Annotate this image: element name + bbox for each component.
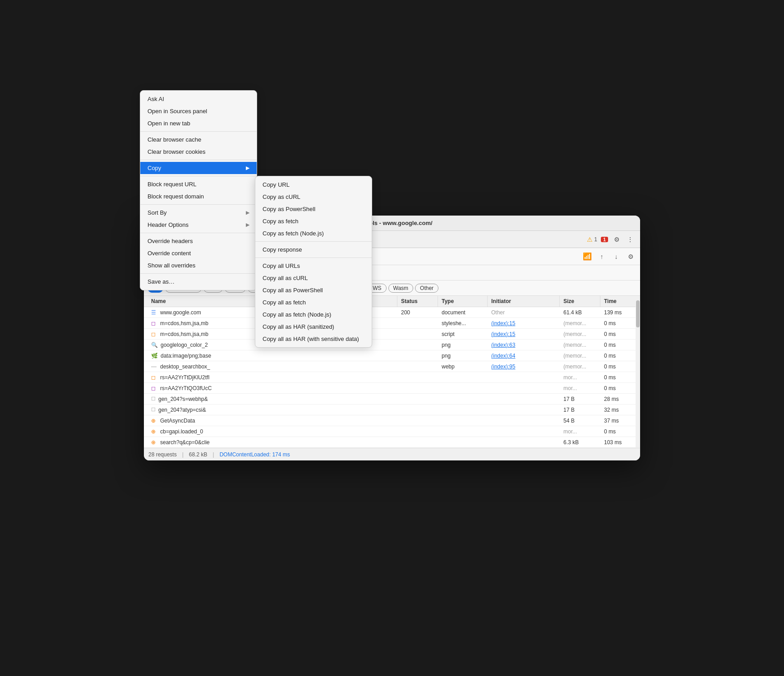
submenu-copy-fetch-node[interactable]: Copy as fetch (Node.js) <box>255 227 372 239</box>
xhr-icon: ◻ <box>151 374 157 381</box>
table-header-row: Name Status Type Initiator Size Time <box>144 296 640 307</box>
col-header-time[interactable]: Time <box>600 296 636 307</box>
row-size: 17 B <box>560 395 600 404</box>
table-row[interactable]: ☐ gen_204?atyp=csi& 17 B 32 ms <box>144 405 640 415</box>
submenu-copy-all-curl[interactable]: Copy all as cURL <box>255 272 372 284</box>
row-status <box>397 409 438 411</box>
row-type <box>438 376 488 379</box>
row-initiator[interactable]: (index):63 <box>488 340 560 349</box>
status-bar: 28 requests | 68.2 kB | DOMContentLoaded… <box>144 448 640 460</box>
row-name: search?q&cp=0&clie <box>160 439 210 446</box>
table-row[interactable]: ⊕ search?q&cp=0&clie 6.3 kB 103 ms <box>144 437 640 448</box>
row-status <box>397 419 438 422</box>
col-header-size[interactable]: Size <box>560 296 600 307</box>
row-name: GetAsyncData <box>160 418 195 424</box>
row-time: 0 ms <box>600 340 636 349</box>
table-row[interactable]: ◻ m=cdos,hsm,jsa,mb styleshe... (index):… <box>144 318 640 329</box>
separator <box>144 233 257 233</box>
col-header-type[interactable]: Type <box>438 296 488 307</box>
scroll-track[interactable] <box>636 296 640 448</box>
context-menu-header-options[interactable]: Header Options ▶ <box>144 219 257 231</box>
row-initiator[interactable]: (index):95 <box>488 362 560 371</box>
row-initiator <box>488 387 560 390</box>
scroll-thumb[interactable] <box>636 300 640 327</box>
submenu-separator <box>255 258 372 258</box>
context-menu-save-as[interactable]: Save as… <box>144 276 257 288</box>
submenu-copy-all-har-sensitive[interactable]: Copy all as HAR (with sensitive data) <box>255 333 372 345</box>
submenu-copy-all-fetch[interactable]: Copy all as fetch <box>255 296 372 308</box>
doc-icon: ☰ <box>151 309 157 316</box>
gapi-icon: ⊕ <box>151 428 157 435</box>
submenu-copy-fetch[interactable]: Copy as fetch <box>255 216 372 227</box>
copy-submenu: Copy URL Copy as cURL Copy as PowerShell… <box>255 216 372 348</box>
row-size: (memor... <box>560 351 600 360</box>
more-options-icon[interactable]: ⋮ <box>624 233 636 246</box>
row-name: cb=gapi.loaded_0 <box>160 428 203 435</box>
table-row[interactable]: 🌿 data:image/png;base png (index):64 (me… <box>144 350 640 361</box>
row-time: 32 ms <box>600 405 636 414</box>
transfer-size: 68.2 kB <box>189 451 208 458</box>
table-row[interactable]: ◻ rs=AA2YrTtDjKlU2tfI mor... 0 ms <box>144 372 640 383</box>
row-time: 0 ms <box>600 362 636 371</box>
submenu-copy-all-powershell[interactable]: Copy all as PowerShell <box>255 284 372 296</box>
row-type <box>438 430 488 433</box>
row-size: mor... <box>560 373 600 382</box>
settings-icon[interactable]: ⚙ <box>610 233 623 246</box>
row-initiator[interactable]: (index):15 <box>488 330 560 339</box>
submenu-separator <box>255 241 372 242</box>
row-size: 17 B <box>560 405 600 414</box>
font-icon: — <box>151 363 157 370</box>
col-header-initiator[interactable]: Initiator <box>488 296 560 307</box>
row-time: 0 ms <box>600 427 636 436</box>
row-time: 0 ms <box>600 330 636 339</box>
network-settings-icon[interactable]: ⚙ <box>625 251 636 262</box>
export-icon[interactable]: ↓ <box>610 251 622 262</box>
row-initiator <box>488 398 560 400</box>
context-menu-show-overrides[interactable]: Show all overrides <box>144 259 257 271</box>
row-size: (memor... <box>560 362 600 371</box>
row-type <box>438 419 488 422</box>
row-type <box>438 441 488 444</box>
row-size: (memor... <box>560 319 600 328</box>
search-row-icon: ⊕ <box>151 439 157 446</box>
row-status <box>397 354 438 357</box>
row-type: png <box>438 351 488 360</box>
row-status <box>397 365 438 368</box>
table-row[interactable]: ☐ gen_204?s=webhp& 17 B 28 ms <box>144 394 640 405</box>
submenu-copy-all-fetch-node[interactable]: Copy all as fetch (Node.js) <box>255 308 372 321</box>
submenu-copy-response[interactable]: Copy response <box>255 244 372 256</box>
import-icon[interactable]: ↑ <box>596 251 608 262</box>
row-initiator <box>488 409 560 411</box>
context-menu-sort-by[interactable]: Sort By ▶ <box>144 216 257 219</box>
error-badge: 1 <box>601 237 608 242</box>
row-initiator[interactable]: (index):15 <box>488 319 560 328</box>
warning-badge: ⚠ 1 <box>587 236 597 243</box>
devtools-window: DevTools - www.google.com/ ⌶ ⬜ Elements … <box>144 216 640 460</box>
row-type <box>438 409 488 411</box>
table-row[interactable]: ◻ rs=AA2YrTtQO3fUcC mor... 0 ms <box>144 383 640 394</box>
context-menu-override-content[interactable]: Override content <box>144 247 257 259</box>
row-time: 0 ms <box>600 384 636 393</box>
row-time: 139 ms <box>600 308 636 317</box>
type-pill-other[interactable]: Other <box>415 284 438 293</box>
table-row[interactable]: ⊕ cb=gapi.loaded_0 mor... 0 ms <box>144 426 640 437</box>
table-row[interactable]: ◻ m=cdos,hsm,jsa,mb script (index):15 (m… <box>144 329 640 340</box>
sort-by-label: Sort By <box>148 216 167 216</box>
table-row[interactable]: ☰ www.google.com 200 document Other 61.4… <box>144 307 640 318</box>
table-row[interactable]: 🔍 googlelogo_color_2 png (index):63 (mem… <box>144 340 640 350</box>
context-menu-override-headers[interactable]: Override headers <box>144 235 257 247</box>
row-type: styleshe... <box>438 319 488 328</box>
row-size: 54 B <box>560 416 600 425</box>
network-conditions-icon[interactable]: 📶 <box>581 251 593 262</box>
row-initiator[interactable]: (index):64 <box>488 351 560 360</box>
row-name: gen_204?atyp=csi& <box>158 407 206 413</box>
table-row[interactable]: ⊕ GetAsyncData 54 B 37 ms <box>144 415 640 426</box>
col-header-status[interactable]: Status <box>397 296 438 307</box>
row-status: 200 <box>397 308 438 317</box>
css2-icon: ◻ <box>151 385 157 391</box>
submenu-copy-all-har-sanitized[interactable]: Copy all as HAR (sanitized) <box>255 321 372 333</box>
type-pill-wasm[interactable]: Wasm <box>388 284 414 293</box>
table-row[interactable]: — desktop_searchbox_ webp (index):95 (me… <box>144 361 640 372</box>
row-initiator: Other <box>488 308 560 317</box>
submenu-copy-all-urls[interactable]: Copy all URLs <box>255 260 372 272</box>
